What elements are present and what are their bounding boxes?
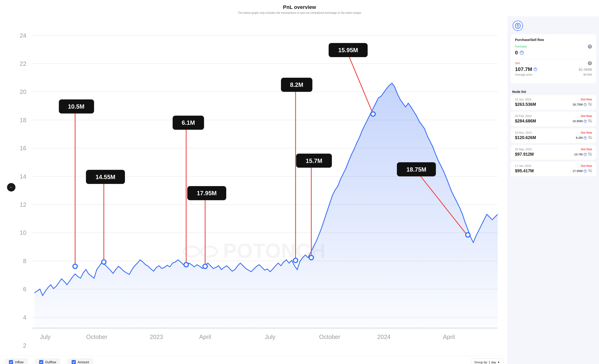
sell-label-row: Sell ? bbox=[515, 61, 592, 65]
y-label-10: 10 bbox=[20, 229, 26, 236]
sell-help-icon[interactable]: ? bbox=[588, 61, 592, 65]
outflow-label: Outflow bbox=[45, 360, 56, 364]
sell-label: Sell bbox=[515, 62, 520, 65]
group-selector[interactable]: Group by: 1 day ▾ bbox=[471, 358, 503, 364]
tooltip-text-7: 15.95M bbox=[338, 47, 358, 53]
x-label-2024: 2024 bbox=[377, 334, 390, 340]
svg-marker-26 bbox=[584, 137, 586, 138]
node-amount-row: $284.686M 15.95M bbox=[515, 119, 592, 124]
outflow-checkbox[interactable] bbox=[39, 360, 43, 364]
avg-price-value: $9.894 bbox=[583, 73, 592, 76]
sell-avg-row: Average price $9.894 bbox=[515, 73, 592, 76]
page-header: PnL overview The below graph only includ… bbox=[0, 0, 599, 16]
purchase-value-row: 0 bbox=[515, 50, 592, 56]
node-date-row: 03 Feb, 2024 Out flow bbox=[515, 115, 592, 118]
eye-off-icon[interactable] bbox=[588, 102, 592, 107]
legend-inflow[interactable]: Inflow bbox=[5, 358, 28, 364]
node-date: 16 Dec, 2023 bbox=[515, 131, 532, 134]
sell-value: 107.7M bbox=[515, 66, 532, 72]
tooltip-text-3: 6.1M bbox=[182, 119, 195, 126]
node-item: 03 Feb, 2024 Out flow $284.686M 15.95M bbox=[511, 112, 596, 126]
node-tokens-area: 18.75M bbox=[573, 102, 592, 107]
purchase-label: Purchase bbox=[515, 45, 527, 48]
eye-off-icon[interactable] bbox=[588, 152, 592, 157]
token-header bbox=[508, 16, 599, 34]
node-list-title: Node list bbox=[508, 87, 599, 95]
check-icon-3 bbox=[72, 361, 75, 364]
node-date: 17 Jun, 2023 bbox=[515, 164, 531, 168]
svg-marker-13 bbox=[516, 24, 519, 26]
amount-label: Amount bbox=[78, 360, 89, 364]
svg-marker-32 bbox=[584, 170, 586, 171]
node-amount-row: $120.626M 8.2M bbox=[515, 135, 592, 140]
node-amount-row: $95.417M 17.95M bbox=[515, 169, 592, 173]
x-label-july: July bbox=[40, 334, 51, 340]
x-label-october2: October bbox=[319, 334, 340, 340]
node-tokens-area: 8.2M bbox=[576, 135, 592, 140]
svg-marker-18 bbox=[535, 68, 536, 69]
node-amount-usd: $95.417M bbox=[515, 169, 534, 173]
node-flow-label: Out flow bbox=[581, 164, 592, 168]
token-icon bbox=[513, 21, 523, 31]
node-token-icon bbox=[583, 169, 587, 173]
svg-marker-16 bbox=[521, 51, 523, 53]
node-tokens: 18.75M bbox=[573, 103, 587, 106]
legend-outflow[interactable]: Outflow bbox=[35, 358, 60, 364]
x-label-october: October bbox=[86, 334, 107, 340]
legend-bar: Inflow Outflow A bbox=[0, 355, 508, 364]
y-label-16: 16 bbox=[20, 145, 26, 151]
x-label-july2: July bbox=[265, 334, 276, 340]
y-label-18: 18 bbox=[20, 117, 26, 123]
node-item: 16 Dec, 2023 Out flow $120.626M 8.2M bbox=[511, 128, 596, 143]
node-date: 16 Sep, 2023 bbox=[515, 148, 532, 151]
inflow-checkbox[interactable] bbox=[9, 360, 13, 364]
y-label-14: 14 bbox=[20, 173, 26, 180]
node-flow-label: Out flow bbox=[581, 131, 592, 134]
node-amount-row: $97.912M 15.7M bbox=[515, 152, 592, 157]
node-tokens-area: 15.7M bbox=[574, 152, 592, 157]
y-label-6: 6 bbox=[23, 286, 26, 292]
legend-amount[interactable]: Amount bbox=[67, 358, 93, 364]
x-label-april2: April bbox=[443, 334, 455, 340]
tooltip-text-5: 8.2M bbox=[290, 81, 303, 88]
purchase-label-row: Purchase ? bbox=[515, 44, 592, 49]
node-flow-label: Out flow bbox=[581, 98, 592, 101]
node-date-row: 16 Sep, 2023 Out flow bbox=[515, 148, 592, 151]
svg-marker-14 bbox=[516, 26, 519, 28]
chevron-down-icon: ▾ bbox=[498, 361, 500, 364]
node-tokens-area: 17.95M bbox=[573, 169, 592, 173]
page-title: PnL overview bbox=[0, 4, 599, 10]
node-token-icon bbox=[583, 136, 587, 140]
node-tokens: 8.2M bbox=[576, 136, 587, 140]
node-token-icon bbox=[583, 153, 587, 156]
purchase-value: 0 bbox=[515, 50, 518, 56]
eye-off-icon[interactable] bbox=[588, 169, 592, 173]
node-token-icon bbox=[583, 103, 587, 106]
node-date: 22 Jun, 2024 bbox=[515, 98, 531, 101]
node-amount-usd: $284.686M bbox=[515, 119, 536, 124]
node-date-row: 16 Dec, 2023 Out flow bbox=[515, 131, 592, 134]
eye-off-icon[interactable] bbox=[588, 119, 592, 123]
tooltip-text-1: 10.5M bbox=[68, 103, 84, 110]
back-button[interactable]: ← bbox=[7, 183, 16, 191]
purchase-token-icon bbox=[520, 51, 524, 55]
amount-checkbox[interactable] bbox=[72, 360, 76, 364]
node-date-row: 17 Jun, 2023 Out flow bbox=[515, 164, 592, 168]
check-icon bbox=[9, 361, 12, 364]
y-label-4: 4 bbox=[23, 314, 26, 321]
node-item: 22 Jun, 2024 Out flow $263.536M 18.75M bbox=[511, 95, 596, 110]
chart-svg: 24 22 20 18 16 14 12 10 8 6 4 2 July Oct… bbox=[5, 19, 503, 355]
y-label-20: 20 bbox=[20, 89, 26, 95]
right-panel: Purchase/Sell flow Purchase ? 0 bbox=[508, 16, 599, 364]
tooltip-text-4: 17.95M bbox=[197, 190, 217, 196]
eye-off-icon[interactable] bbox=[588, 135, 592, 140]
node-flow-label: Out flow bbox=[581, 115, 592, 118]
check-icon-2 bbox=[40, 361, 43, 364]
node-date-row: 22 Jun, 2024 Out flow bbox=[515, 98, 592, 101]
sell-token-icon bbox=[533, 67, 537, 71]
node-item: 16 Sep, 2023 Out flow $97.912M 15.7M bbox=[511, 145, 596, 160]
group-label: Group by: 1 day bbox=[475, 361, 496, 364]
y-label-12: 12 bbox=[20, 201, 26, 208]
purchase-help-icon[interactable]: ? bbox=[588, 44, 592, 49]
node-item: 17 Jun, 2023 Out flow $95.417M 17.95M bbox=[511, 161, 596, 176]
